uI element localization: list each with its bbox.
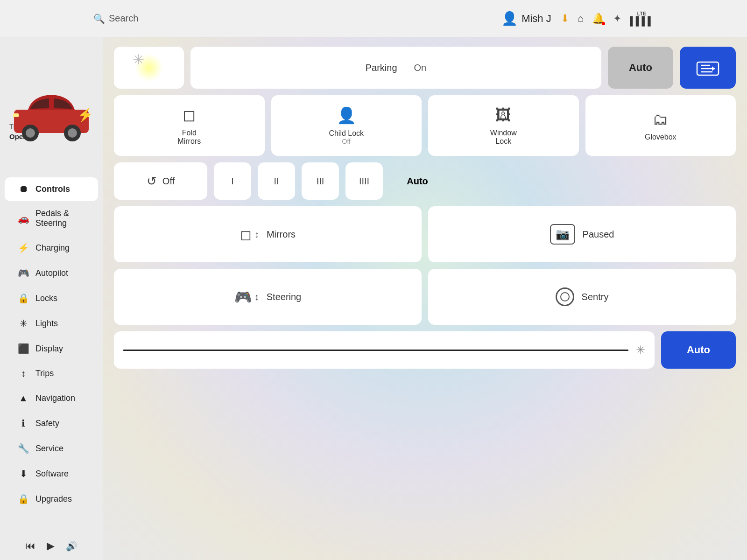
row-wipers: ↺ Off I II III IIII Auto [114, 162, 736, 200]
sidebar-label-software: Software [35, 469, 69, 479]
navigation-icon: ▲ [18, 393, 29, 404]
auto-button[interactable]: Auto [608, 47, 673, 89]
sidebar-label-trips: Trips [35, 369, 54, 378]
steering-adjust-button[interactable]: 🎮 ↕ Steering [114, 269, 422, 325]
wiper-speed3-button[interactable]: III [302, 162, 339, 200]
sentry-button[interactable]: Sentry [428, 269, 736, 325]
sidebar-item-autopilot[interactable]: 🎮 Autopilot [5, 261, 98, 285]
svg-point-2 [26, 128, 35, 138]
lte-label: LTE [637, 11, 647, 16]
sidebar-item-trips[interactable]: ↕ Trips [5, 362, 98, 385]
sidebar-item-charging[interactable]: ⚡ Charging [5, 236, 98, 260]
sidebar-label-upgrades: Upgrades [35, 494, 72, 504]
steering-label: Steering [267, 292, 302, 302]
avatar-icon: 👤 [501, 11, 518, 26]
signal-group: LTE ▌▌▌▌ [630, 11, 654, 26]
parking-on-label: On [414, 63, 427, 73]
wiper-speed4-label: IIII [359, 176, 369, 187]
sidebar-label-locks: Locks [35, 294, 57, 303]
wiper-speed1-button[interactable]: I [214, 162, 251, 200]
glovebox-icon: 🗂 [653, 110, 669, 128]
search-area[interactable]: 🔍 Search [93, 13, 492, 24]
mirrors-label: Mirrors [267, 229, 296, 240]
sidebar: Trunk Open ⚡ ⏺ Controls [0, 37, 103, 560]
brightness-control[interactable]: ✳ [114, 331, 655, 369]
row-doors: ◻ Fold Mirrors 👤 Child Lock Off 🖼 Window… [114, 95, 736, 156]
sentry-icon-wrap [556, 287, 574, 306]
brightness-auto-button[interactable]: Auto [661, 331, 736, 369]
window-lock-button[interactable]: 🖼 Window Lock [428, 95, 579, 156]
row-mirrors: ◻ ↕ Mirrors 📷 Paused [114, 206, 736, 262]
fold-mirrors-icon: ◻ [183, 105, 196, 124]
fold-mirrors-sublabel: Mirrors [177, 137, 201, 146]
wiper-speed1-label: I [231, 176, 234, 187]
sidebar-item-upgrades[interactable]: 🔒 Upgrades [5, 487, 98, 511]
child-lock-status: Off [329, 138, 364, 145]
mirrors-adjust-button[interactable]: ◻ ↕ Mirrors [114, 206, 422, 262]
autodrive-icon [696, 58, 719, 77]
glovebox-button[interactable]: 🗂 Glovebox [585, 95, 736, 156]
row-steering: 🎮 ↕ Steering Sentry [114, 269, 736, 325]
fold-mirrors-label: Fold [177, 129, 201, 137]
charging-icon: ⚡ [18, 242, 29, 253]
camera-paused-button[interactable]: 📷 Paused [428, 206, 736, 262]
play-button[interactable]: ▶ [47, 540, 55, 552]
camera-icon: 📷 [556, 228, 570, 241]
bluetooth-icon: ✦ [613, 13, 621, 25]
brightness-sun-card[interactable]: ✳ [114, 47, 184, 89]
wiper-speed4-button[interactable]: IIII [345, 162, 383, 200]
sidebar-item-service[interactable]: 🔧 Service [5, 436, 98, 461]
sidebar-label-charging: Charging [35, 243, 70, 253]
sentry-label: Sentry [582, 292, 609, 302]
sidebar-item-locks[interactable]: 🔒 Locks [5, 286, 98, 310]
controls-grid: ✳ Parking On Auto [114, 47, 736, 369]
wiper-speed2-button[interactable]: II [258, 162, 295, 200]
brightness-slider[interactable] [123, 350, 628, 351]
car-illustration: ⚡ [0, 84, 103, 145]
service-icon: 🔧 [18, 443, 29, 454]
software-icon: ⬇ [18, 468, 29, 479]
notification-dot [602, 22, 605, 25]
parking-card[interactable]: Parking On [190, 47, 601, 89]
sidebar-label-display: Display [35, 344, 63, 354]
sun-glow: ✳ [135, 54, 163, 82]
user-profile[interactable]: 👤 Mish J [501, 11, 551, 26]
sidebar-item-software[interactable]: ⬇ Software [5, 462, 98, 486]
steering-icon-group: 🎮 ↕ [234, 289, 259, 305]
sidebar-label-lights: Lights [35, 319, 58, 329]
media-controls: ⏮ ▶ 🔊 [0, 532, 103, 560]
row-lighting: ✳ Parking On Auto [114, 47, 736, 89]
sidebar-item-navigation[interactable]: ▲ Navigation [5, 386, 98, 410]
autodrive-button[interactable] [680, 47, 736, 89]
child-lock-button[interactable]: 👤 Child Lock Off [271, 95, 422, 156]
sidebar-label-navigation: Navigation [35, 393, 75, 403]
wiper-off-label: Off [162, 176, 175, 187]
status-icons: ⬇ ⌂ 🔔 ✦ LTE ▌▌▌▌ [561, 11, 654, 26]
sun-icon: ✳ [133, 51, 144, 68]
child-lock-label: Child Lock [329, 129, 364, 138]
display-icon: ⬛ [18, 343, 29, 354]
wiper-auto-button[interactable]: Auto [389, 162, 445, 200]
camera-icon-group: 📷 [550, 224, 575, 245]
paused-label: Paused [583, 229, 614, 240]
lightning-icon: ⚡ [77, 107, 93, 123]
prev-track-button[interactable]: ⏮ [25, 540, 35, 552]
sentry-inner-ring [560, 292, 570, 301]
safety-icon: ℹ [18, 418, 29, 429]
glovebox-label: Glovebox [645, 133, 677, 141]
window-lock-icon: 🖼 [495, 106, 511, 124]
sidebar-item-lights[interactable]: ✳ Lights [5, 311, 98, 336]
volume-icon: 🔊 [66, 540, 78, 552]
sidebar-item-safety[interactable]: ℹ Safety [5, 411, 98, 435]
parking-label: Parking [366, 63, 397, 73]
fold-mirrors-button[interactable]: ◻ Fold Mirrors [114, 95, 265, 156]
trips-icon: ↕ [18, 368, 29, 379]
wiper-off-button[interactable]: ↺ Off [114, 162, 207, 200]
svg-point-4 [68, 128, 77, 138]
locks-icon: 🔒 [18, 293, 29, 304]
search-icon: 🔍 [93, 13, 105, 24]
home-icon: ⌂ [578, 13, 584, 25]
wiper-speed2-label: II [274, 176, 279, 187]
wiper-icon: ↺ [147, 174, 157, 189]
sidebar-item-display[interactable]: ⬛ Display [5, 336, 98, 361]
